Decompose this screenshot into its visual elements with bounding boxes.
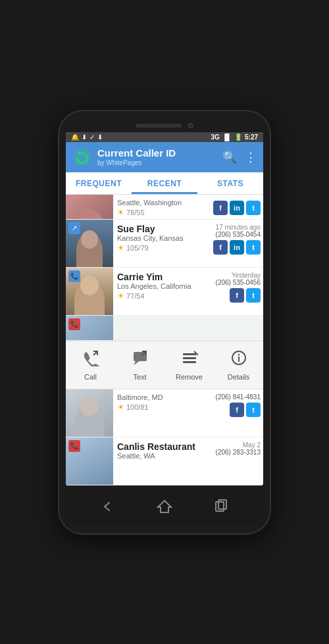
camera-dot bbox=[188, 123, 193, 128]
social-icons: f in t bbox=[213, 201, 261, 215]
contact-phone-sue: (206) 535-0454 bbox=[213, 231, 261, 238]
status-bar: 🔔 ⬇ ✓ ⬇ 3G ▐▌ 🔋 5:27 bbox=[66, 132, 263, 142]
contact-time-carrie: Yesterday bbox=[216, 272, 261, 279]
remove-icon bbox=[181, 349, 198, 370]
twitter-btn[interactable]: t bbox=[246, 288, 261, 303]
bottom-nav bbox=[66, 489, 263, 524]
social-icons-sue: f in t bbox=[213, 240, 261, 255]
contact-list: Seattle, Washington ☀ 78/55 f in t bbox=[66, 195, 263, 485]
svg-rect-10 bbox=[238, 357, 240, 362]
avatar-canlis: 📞 bbox=[66, 437, 113, 485]
avatar-carrie-yim: 📞 bbox=[66, 268, 113, 315]
phone-device: 🔔 ⬇ ✓ ⬇ 3G ▐▌ 🔋 5:27 Current Caller ID b… bbox=[59, 111, 270, 533]
status-icons-right: 3G ▐▌ 🔋 5:27 bbox=[211, 134, 258, 141]
svg-marker-12 bbox=[158, 501, 171, 512]
call-label: Call bbox=[84, 373, 97, 381]
svg-rect-6 bbox=[183, 357, 196, 359]
svg-rect-11 bbox=[238, 354, 240, 356]
contact-time-canlis: May 2 bbox=[216, 441, 261, 449]
contact-item-carrie-yim[interactable]: 📞 Carrie Yim Los Angeles, California ☀ 7… bbox=[66, 268, 263, 316]
facebook-btn[interactable]: f bbox=[230, 403, 244, 417]
contact-item-partial-below[interactable]: 📞 bbox=[66, 316, 263, 341]
call-button[interactable]: Call bbox=[66, 347, 115, 384]
app-title: Current Caller ID bbox=[97, 147, 217, 159]
facebook-btn[interactable]: f bbox=[213, 240, 228, 255]
details-label: Details bbox=[228, 373, 250, 381]
network-label: 3G bbox=[211, 134, 219, 141]
contact-time-sue: 17 minutes ago bbox=[213, 224, 261, 231]
tabs-bar: FREQUENT RECENT STATS bbox=[66, 172, 263, 195]
details-icon bbox=[230, 349, 247, 370]
status-icons-left: 🔔 ⬇ ✓ ⬇ bbox=[71, 134, 103, 141]
facebook-btn[interactable]: f bbox=[230, 288, 244, 303]
svg-rect-7 bbox=[183, 361, 196, 363]
battery-icon: 🔋 bbox=[234, 134, 242, 141]
app-title-block: Current Caller ID by WhitePages bbox=[97, 147, 217, 166]
weather-sun-icon: ☀ bbox=[117, 208, 124, 217]
linkedin-btn[interactable]: in bbox=[230, 240, 244, 255]
contact-item-sue-flay[interactable]: ↗ Sue Flay Kansas City, Kansas ☀ 105/79 … bbox=[66, 220, 263, 268]
text-button[interactable]: Text bbox=[115, 347, 164, 384]
text-icon bbox=[132, 349, 149, 370]
avatar-sue-flay: ↗ bbox=[66, 220, 113, 267]
tab-recent[interactable]: RECENT bbox=[132, 172, 197, 194]
tab-stats[interactable]: STATS bbox=[197, 172, 263, 194]
recents-button[interactable] bbox=[207, 496, 236, 520]
search-icon[interactable]: 🔍 bbox=[222, 150, 237, 164]
tab-frequent[interactable]: FREQUENT bbox=[66, 172, 132, 194]
download2-icon: ⬇ bbox=[97, 134, 103, 141]
contact-phone-baltimore: (206) 841-4831 bbox=[216, 393, 261, 401]
contact-meta-baltimore: (206) 841-4831 f t bbox=[216, 393, 261, 417]
avatar-partial: 📞 bbox=[66, 316, 113, 341]
call-icon bbox=[82, 349, 99, 370]
remove-button[interactable]: Remove bbox=[164, 347, 214, 384]
social-icons-carrie: f t bbox=[216, 288, 261, 303]
app-subtitle: by WhitePages bbox=[97, 159, 217, 166]
text-label: Text bbox=[133, 373, 146, 381]
contact-item-baltimore[interactable]: Baltimore, MD ☀ 100/81 (206) 841-4831 f … bbox=[66, 389, 263, 437]
header-icons: 🔍 ⋮ bbox=[222, 150, 257, 164]
contact-meta-carrie: Yesterday (206) 535-0456 f t bbox=[216, 272, 261, 303]
social-icons-baltimore: f t bbox=[216, 403, 261, 417]
weather-sun-icon: ☀ bbox=[117, 291, 124, 301]
speaker-grill bbox=[136, 124, 182, 128]
svg-marker-3 bbox=[134, 361, 139, 365]
svg-rect-5 bbox=[183, 353, 196, 355]
contact-meta: f in t bbox=[213, 199, 261, 215]
weather-sun-icon: ☀ bbox=[117, 243, 124, 253]
screen: 🔔 ⬇ ✓ ⬇ 3G ▐▌ 🔋 5:27 Current Caller ID b… bbox=[66, 132, 263, 485]
partial-contact-text bbox=[113, 316, 121, 340]
time-display: 5:27 bbox=[245, 134, 258, 141]
notification-icon: 🔔 bbox=[71, 134, 79, 141]
action-section: 📞 bbox=[66, 316, 263, 341]
back-button[interactable] bbox=[93, 496, 122, 520]
menu-icon[interactable]: ⋮ bbox=[245, 150, 257, 164]
contact-item[interactable]: Seattle, Washington ☀ 78/55 f in t bbox=[66, 195, 263, 220]
contact-meta-canlis: May 2 (206) 283-3313 bbox=[216, 441, 261, 456]
home-button[interactable] bbox=[150, 496, 179, 520]
action-bar: Call Text bbox=[66, 341, 263, 389]
twitter-btn[interactable]: t bbox=[246, 403, 261, 417]
linkedin-btn[interactable]: in bbox=[230, 201, 244, 215]
check-icon: ✓ bbox=[89, 134, 95, 141]
contact-phone-carrie: (206) 535-0456 bbox=[216, 279, 261, 286]
avatar bbox=[66, 195, 113, 220]
facebook-btn[interactable]: f bbox=[213, 201, 228, 215]
signal-icon: ▐▌ bbox=[222, 134, 232, 141]
twitter-btn[interactable]: t bbox=[246, 240, 261, 255]
avatar-baltimore bbox=[66, 389, 113, 437]
remove-label: Remove bbox=[176, 373, 203, 381]
contact-item-canlis[interactable]: 📞 Canlis Restaurant Seattle, WA May 2 (2… bbox=[66, 437, 263, 485]
download-icon: ⬇ bbox=[82, 134, 87, 141]
details-button[interactable]: Details bbox=[214, 347, 263, 384]
contact-meta-sue: 17 minutes ago (206) 535-0454 f in t bbox=[213, 224, 261, 255]
app-header: Current Caller ID by WhitePages 🔍 ⋮ bbox=[66, 142, 263, 172]
twitter-btn[interactable]: t bbox=[246, 201, 261, 215]
contact-phone-canlis: (206) 283-3313 bbox=[216, 449, 261, 456]
app-logo bbox=[72, 147, 92, 167]
phone-top bbox=[66, 123, 263, 128]
weather-sun-icon: ☀ bbox=[117, 403, 124, 412]
